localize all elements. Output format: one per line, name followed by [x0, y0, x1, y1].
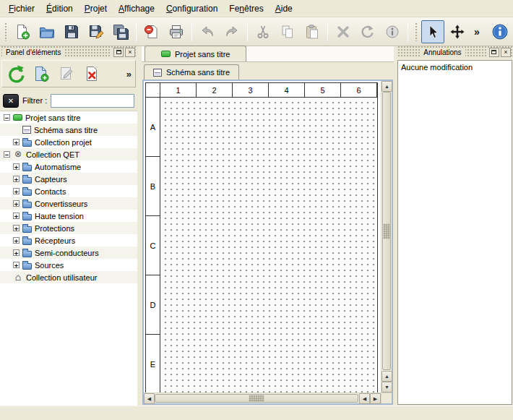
about-info-icon — [491, 23, 509, 40]
scroll-down-button[interactable]: ▼ — [381, 382, 392, 393]
tree-item[interactable]: + Capteurs — [0, 173, 137, 185]
vertical-scrollbar[interactable]: ▲ ▲ ▼ — [381, 81, 392, 393]
print-button[interactable] — [165, 20, 188, 43]
menu-item[interactable]: Fichier — [3, 1, 40, 16]
schema-canvas[interactable]: 1 2 3 4 5 6 — [144, 81, 381, 393]
tree-expander-icon[interactable]: + — [13, 163, 20, 170]
elements-panel-title: Panel d'éléments — [2, 48, 64, 56]
delete-icon — [335, 24, 351, 40]
cut-button[interactable] — [251, 20, 275, 43]
move-tool-button[interactable] — [446, 20, 469, 43]
open-project-button[interactable] — [35, 20, 59, 43]
tree-item-icon — [22, 202, 32, 208]
new-element-button[interactable] — [31, 64, 51, 84]
redo-button[interactable] — [220, 20, 243, 43]
tree-expander-icon[interactable]: + — [13, 237, 20, 244]
float-dock-button[interactable] — [489, 48, 499, 57]
tree-expander-icon[interactable]: + — [13, 213, 20, 219]
tree-expander-icon[interactable]: − — [4, 114, 10, 121]
delete-element-button[interactable] — [82, 64, 102, 84]
tree-item[interactable]: + Récepteurs — [0, 234, 137, 247]
panel-overflow-chevron[interactable]: » — [126, 69, 132, 80]
copy-button[interactable] — [276, 20, 299, 43]
new-file-button[interactable] — [11, 20, 34, 43]
horizontal-scrollbar[interactable]: ◀ ◀ ▶ — [144, 393, 381, 403]
toolbar-overflow-chevron[interactable]: » — [470, 22, 483, 41]
close-file-button[interactable] — [140, 20, 163, 43]
tree-expander-icon[interactable]: + — [13, 188, 20, 194]
tree-expander-icon[interactable]: + — [13, 176, 20, 182]
toolbar-handle[interactable] — [415, 22, 418, 41]
undo-dock-titlebar[interactable]: Annulations × — [397, 46, 513, 58]
about-button[interactable] — [488, 20, 512, 43]
ruler-column-label: 5 — [305, 83, 341, 98]
tree-item[interactable]: + Contacts — [0, 185, 137, 197]
close-dock-button[interactable]: × — [125, 48, 135, 57]
tree-item[interactable]: + Automatisme — [0, 160, 137, 173]
close-dock-button[interactable]: × — [501, 48, 511, 57]
undo-history-list[interactable]: Aucune modification — [397, 60, 512, 405]
tree-expander-icon[interactable]: − — [4, 151, 10, 158]
dock-buttons: × — [111, 48, 135, 57]
tree-item-icon — [22, 251, 32, 257]
menu-item[interactable]: Configuration — [160, 1, 223, 16]
tree-item-icon — [22, 263, 32, 270]
rotate-button[interactable] — [356, 20, 379, 43]
tree-item[interactable]: − Projet sans titre — [0, 111, 137, 124]
tree-expander-icon[interactable]: + — [13, 249, 20, 256]
menu-item[interactable]: Aide — [270, 1, 298, 16]
select-tool-button[interactable] — [421, 20, 444, 43]
horizontal-scrollbar-thumb[interactable] — [155, 394, 358, 403]
menu-item[interactable]: Édition — [40, 1, 79, 16]
dot-grid[interactable] — [160, 98, 377, 393]
paste-button[interactable] — [301, 20, 324, 43]
scroll-left-button[interactable]: ◀ — [359, 393, 370, 404]
elements-panel-titlebar[interactable]: Panel d'éléments × — [0, 46, 137, 58]
paste-icon — [304, 24, 320, 40]
tree-item[interactable]: + Convertisseurs — [0, 197, 137, 210]
scroll-up-button[interactable]: ▲ — [381, 371, 392, 382]
menu-item[interactable]: Fenêtres — [223, 1, 269, 16]
row-ruler: A B C D E — [146, 98, 160, 393]
tree-item[interactable]: ⌂ Collection utilisateur — [0, 271, 137, 283]
ruler-row-label: C — [146, 216, 160, 275]
tree-item[interactable]: − ⊗ Collection QET — [0, 148, 137, 160]
tree-item[interactable]: + Semi-conducteurs — [0, 247, 137, 259]
edit-element-button[interactable] — [56, 64, 77, 84]
tree-expander-icon[interactable]: + — [13, 200, 20, 207]
tree-item[interactable]: + Collection projet — [0, 136, 137, 148]
save-all-button[interactable] — [109, 20, 132, 43]
delete-button[interactable] — [332, 20, 355, 43]
save-button[interactable] — [60, 20, 83, 43]
clear-filter-button[interactable]: ✕ — [3, 94, 19, 108]
reload-collections-button[interactable] — [6, 64, 26, 84]
scroll-up-button[interactable]: ▲ — [381, 81, 392, 92]
float-dock-button[interactable] — [113, 48, 124, 57]
elements-tree[interactable]: − Projet sans titre Schéma sans titre + … — [0, 111, 137, 406]
tree-item[interactable]: + Haute tension — [0, 210, 137, 222]
tree-expander-icon[interactable]: + — [13, 139, 20, 145]
toolbar-separator — [247, 22, 248, 41]
tree-item-icon — [13, 114, 22, 121]
filter-input[interactable] — [51, 94, 134, 108]
undo-button[interactable] — [196, 20, 219, 43]
menu-item[interactable]: Affichage — [113, 1, 160, 16]
scroll-right-button[interactable]: ▶ — [370, 393, 381, 404]
tree-item-icon — [22, 239, 32, 245]
scroll-left-button[interactable]: ◀ — [144, 393, 155, 404]
tree-expander-icon[interactable]: + — [13, 225, 20, 231]
menu-item[interactable]: Projet — [79, 1, 113, 16]
select-arrow-icon — [425, 24, 441, 40]
tab-project[interactable]: Projet sans titre — [145, 46, 246, 61]
tree-item[interactable]: + Protections — [0, 222, 137, 234]
tree-item[interactable]: + Sources — [0, 259, 137, 271]
toolbar-handle[interactable] — [4, 22, 8, 41]
vertical-scrollbar-thumb[interactable] — [382, 92, 391, 370]
tab-schema[interactable]: Schéma sans titre — [144, 64, 239, 80]
element-info-button[interactable] — [381, 20, 404, 43]
move-cross-icon — [449, 24, 465, 40]
tree-item[interactable]: Schéma sans titre — [0, 124, 137, 136]
save-as-button[interactable] — [85, 20, 108, 43]
tree-item-label: Schéma sans titre — [34, 126, 98, 134]
tree-expander-icon[interactable]: + — [13, 262, 20, 268]
